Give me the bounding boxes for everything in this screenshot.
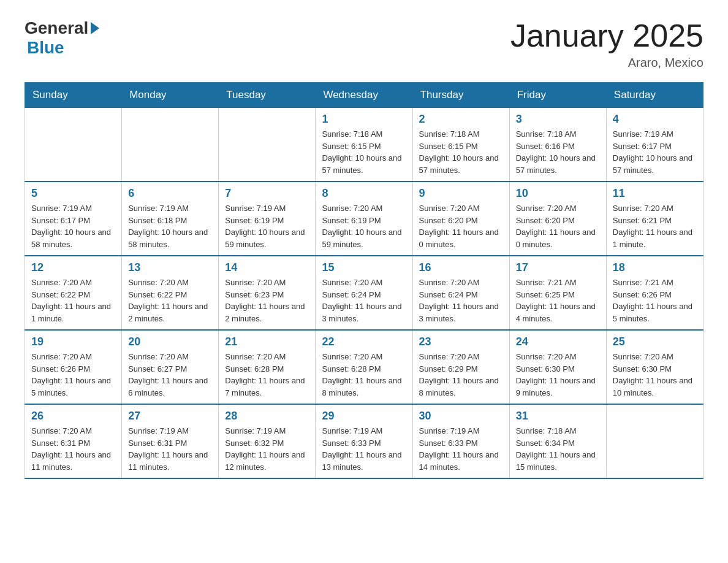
calendar-cell: 6Sunrise: 7:19 AM Sunset: 6:18 PM Daylig… — [122, 182, 219, 256]
calendar-week-row: 5Sunrise: 7:19 AM Sunset: 6:17 PM Daylig… — [25, 182, 703, 256]
day-info: Sunrise: 7:20 AM Sunset: 6:24 PM Dayligh… — [322, 277, 406, 324]
day-number: 14 — [225, 261, 309, 274]
calendar-week-row: 26Sunrise: 7:20 AM Sunset: 6:31 PM Dayli… — [25, 404, 703, 478]
calendar-cell: 14Sunrise: 7:20 AM Sunset: 6:23 PM Dayli… — [219, 256, 316, 330]
day-number: 13 — [128, 261, 212, 274]
day-number: 23 — [419, 335, 503, 348]
calendar-cell: 19Sunrise: 7:20 AM Sunset: 6:26 PM Dayli… — [25, 330, 122, 404]
day-info: Sunrise: 7:18 AM Sunset: 6:15 PM Dayligh… — [322, 128, 406, 176]
day-info: Sunrise: 7:20 AM Sunset: 6:26 PM Dayligh… — [31, 351, 115, 399]
logo-arrow-icon — [91, 22, 99, 34]
day-number: 20 — [128, 335, 212, 348]
day-number: 24 — [516, 335, 600, 348]
day-info: Sunrise: 7:20 AM Sunset: 6:21 PM Dayligh… — [613, 202, 697, 250]
calendar-cell: 28Sunrise: 7:19 AM Sunset: 6:32 PM Dayli… — [219, 404, 316, 478]
calendar-cell: 31Sunrise: 7:18 AM Sunset: 6:34 PM Dayli… — [509, 404, 606, 478]
day-number: 28 — [225, 410, 309, 423]
day-number: 1 — [322, 113, 406, 126]
day-of-week-header: Thursday — [412, 83, 509, 108]
day-number: 11 — [613, 187, 697, 200]
calendar-cell: 26Sunrise: 7:20 AM Sunset: 6:31 PM Dayli… — [25, 404, 122, 478]
calendar-cell: 13Sunrise: 7:20 AM Sunset: 6:22 PM Dayli… — [122, 256, 219, 330]
calendar-cell: 1Sunrise: 7:18 AM Sunset: 6:15 PM Daylig… — [316, 108, 412, 182]
calendar-cell: 4Sunrise: 7:19 AM Sunset: 6:17 PM Daylig… — [606, 108, 703, 182]
day-info: Sunrise: 7:19 AM Sunset: 6:17 PM Dayligh… — [31, 202, 115, 250]
logo-blue-text: Blue — [27, 38, 64, 57]
day-info: Sunrise: 7:19 AM Sunset: 6:19 PM Dayligh… — [225, 202, 309, 250]
day-of-week-header: Monday — [122, 83, 219, 108]
day-number: 25 — [613, 335, 697, 348]
day-info: Sunrise: 7:18 AM Sunset: 6:16 PM Dayligh… — [516, 128, 600, 176]
day-info: Sunrise: 7:18 AM Sunset: 6:34 PM Dayligh… — [516, 425, 600, 473]
day-info: Sunrise: 7:19 AM Sunset: 6:17 PM Dayligh… — [613, 128, 697, 176]
day-number: 7 — [225, 187, 309, 200]
calendar-cell — [606, 404, 703, 478]
calendar-header-row: SundayMondayTuesdayWednesdayThursdayFrid… — [25, 83, 703, 108]
logo-general-text: General — [25, 18, 88, 38]
day-info: Sunrise: 7:19 AM Sunset: 6:31 PM Dayligh… — [128, 425, 212, 473]
calendar-cell: 15Sunrise: 7:20 AM Sunset: 6:24 PM Dayli… — [316, 256, 412, 330]
calendar-cell: 8Sunrise: 7:20 AM Sunset: 6:19 PM Daylig… — [316, 182, 412, 256]
calendar-cell: 3Sunrise: 7:18 AM Sunset: 6:16 PM Daylig… — [509, 108, 606, 182]
day-of-week-header: Wednesday — [316, 83, 412, 108]
day-info: Sunrise: 7:20 AM Sunset: 6:24 PM Dayligh… — [419, 277, 503, 324]
day-number: 15 — [322, 261, 406, 274]
calendar-cell: 16Sunrise: 7:20 AM Sunset: 6:24 PM Dayli… — [412, 256, 509, 330]
calendar-cell: 20Sunrise: 7:20 AM Sunset: 6:27 PM Dayli… — [122, 330, 219, 404]
day-number: 5 — [31, 187, 115, 200]
day-number: 17 — [516, 261, 600, 274]
day-number: 21 — [225, 335, 309, 348]
calendar-cell: 2Sunrise: 7:18 AM Sunset: 6:15 PM Daylig… — [412, 108, 509, 182]
day-info: Sunrise: 7:20 AM Sunset: 6:22 PM Dayligh… — [31, 277, 115, 324]
logo: General Blue — [25, 18, 102, 58]
calendar-cell: 5Sunrise: 7:19 AM Sunset: 6:17 PM Daylig… — [25, 182, 122, 256]
day-info: Sunrise: 7:20 AM Sunset: 6:22 PM Dayligh… — [128, 277, 212, 324]
day-info: Sunrise: 7:19 AM Sunset: 6:18 PM Dayligh… — [128, 202, 212, 250]
calendar-cell: 9Sunrise: 7:20 AM Sunset: 6:20 PM Daylig… — [412, 182, 509, 256]
calendar-cell: 10Sunrise: 7:20 AM Sunset: 6:20 PM Dayli… — [509, 182, 606, 256]
day-number: 8 — [322, 187, 406, 200]
calendar-cell: 24Sunrise: 7:20 AM Sunset: 6:30 PM Dayli… — [509, 330, 606, 404]
day-number: 29 — [322, 410, 406, 423]
calendar-cell: 22Sunrise: 7:20 AM Sunset: 6:28 PM Dayli… — [316, 330, 412, 404]
day-info: Sunrise: 7:20 AM Sunset: 6:30 PM Dayligh… — [613, 351, 697, 399]
day-info: Sunrise: 7:21 AM Sunset: 6:26 PM Dayligh… — [613, 277, 697, 324]
day-number: 3 — [516, 113, 600, 126]
calendar-table: SundayMondayTuesdayWednesdayThursdayFrid… — [25, 82, 703, 479]
day-info: Sunrise: 7:20 AM Sunset: 6:20 PM Dayligh… — [516, 202, 600, 250]
calendar-week-row: 19Sunrise: 7:20 AM Sunset: 6:26 PM Dayli… — [25, 330, 703, 404]
calendar-cell — [219, 108, 316, 182]
day-info: Sunrise: 7:20 AM Sunset: 6:20 PM Dayligh… — [419, 202, 503, 250]
day-of-week-header: Sunday — [25, 83, 122, 108]
calendar-cell — [122, 108, 219, 182]
calendar-cell: 30Sunrise: 7:19 AM Sunset: 6:33 PM Dayli… — [412, 404, 509, 478]
calendar-cell — [25, 108, 122, 182]
day-info: Sunrise: 7:19 AM Sunset: 6:32 PM Dayligh… — [225, 425, 309, 473]
day-info: Sunrise: 7:19 AM Sunset: 6:33 PM Dayligh… — [322, 425, 406, 473]
calendar-cell: 7Sunrise: 7:19 AM Sunset: 6:19 PM Daylig… — [219, 182, 316, 256]
day-number: 26 — [31, 410, 115, 423]
calendar-cell: 17Sunrise: 7:21 AM Sunset: 6:25 PM Dayli… — [509, 256, 606, 330]
day-number: 22 — [322, 335, 406, 348]
day-of-week-header: Friday — [509, 83, 606, 108]
day-info: Sunrise: 7:20 AM Sunset: 6:28 PM Dayligh… — [225, 351, 309, 399]
day-number: 30 — [419, 410, 503, 423]
calendar-cell: 29Sunrise: 7:19 AM Sunset: 6:33 PM Dayli… — [316, 404, 412, 478]
calendar-cell: 23Sunrise: 7:20 AM Sunset: 6:29 PM Dayli… — [412, 330, 509, 404]
day-number: 4 — [613, 113, 697, 126]
day-info: Sunrise: 7:20 AM Sunset: 6:23 PM Dayligh… — [225, 277, 309, 324]
calendar-subtitle: Araro, Mexico — [510, 56, 703, 70]
day-info: Sunrise: 7:20 AM Sunset: 6:31 PM Dayligh… — [31, 425, 115, 473]
day-info: Sunrise: 7:18 AM Sunset: 6:15 PM Dayligh… — [419, 128, 503, 176]
day-info: Sunrise: 7:19 AM Sunset: 6:33 PM Dayligh… — [419, 425, 503, 473]
day-info: Sunrise: 7:21 AM Sunset: 6:25 PM Dayligh… — [516, 277, 600, 324]
day-info: Sunrise: 7:20 AM Sunset: 6:29 PM Dayligh… — [419, 351, 503, 399]
day-number: 9 — [419, 187, 503, 200]
calendar-cell: 11Sunrise: 7:20 AM Sunset: 6:21 PM Dayli… — [606, 182, 703, 256]
day-number: 2 — [419, 113, 503, 126]
day-number: 19 — [31, 335, 115, 348]
day-of-week-header: Saturday — [606, 83, 703, 108]
day-info: Sunrise: 7:20 AM Sunset: 6:28 PM Dayligh… — [322, 351, 406, 399]
calendar-week-row: 12Sunrise: 7:20 AM Sunset: 6:22 PM Dayli… — [25, 256, 703, 330]
calendar-cell: 18Sunrise: 7:21 AM Sunset: 6:26 PM Dayli… — [606, 256, 703, 330]
